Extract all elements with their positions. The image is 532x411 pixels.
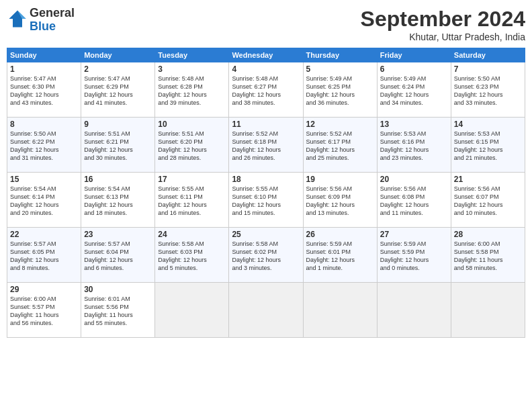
day-16: 16 Sunrise: 5:54 AMSunset: 6:13 PMDaylig… [81,173,155,228]
week-3: 15 Sunrise: 5:54 AMSunset: 6:14 PMDaylig… [7,173,525,228]
day-2: 2 Sunrise: 5:47 AMSunset: 6:29 PMDayligh… [81,62,155,118]
day-12: 12 Sunrise: 5:52 AMSunset: 6:17 PMDaylig… [303,118,377,173]
day-29: 29 Sunrise: 6:00 AMSunset: 5:57 PMDaylig… [7,283,81,338]
day-28: 28 Sunrise: 6:00 AMSunset: 5:58 PMDaylig… [451,228,525,283]
day-6: 6 Sunrise: 5:49 AMSunset: 6:24 PMDayligh… [377,62,451,118]
day-10: 10 Sunrise: 5:51 AMSunset: 6:20 PMDaylig… [155,118,229,173]
title-block: September 2024 Khutar, Uttar Pradesh, In… [361,7,525,42]
day-27: 27 Sunrise: 5:59 AMSunset: 5:59 PMDaylig… [377,228,451,283]
week-4: 22 Sunrise: 5:57 AMSunset: 6:05 PMDaylig… [7,228,525,283]
day-9: 9 Sunrise: 5:51 AMSunset: 6:21 PMDayligh… [81,118,155,173]
logo-general: General [30,6,75,19]
day-19: 19 Sunrise: 5:56 AMSunset: 6:09 PMDaylig… [303,173,377,228]
day-23: 23 Sunrise: 5:57 AMSunset: 6:04 PMDaylig… [81,228,155,283]
week-5: 29 Sunrise: 6:00 AMSunset: 5:57 PMDaylig… [7,283,525,338]
empty-2 [229,283,303,338]
week-1: 1 Sunrise: 5:47 AMSunset: 6:30 PMDayligh… [7,62,525,118]
empty-5 [451,283,525,338]
col-wednesday: Wednesday [229,48,303,62]
day-1: 1 Sunrise: 5:47 AMSunset: 6:30 PMDayligh… [7,62,81,118]
day-22: 22 Sunrise: 5:57 AMSunset: 6:05 PMDaylig… [7,228,81,283]
day-5: 5 Sunrise: 5:49 AMSunset: 6:25 PMDayligh… [303,62,377,118]
logo-icon [8,9,27,28]
col-tuesday: Tuesday [155,48,229,62]
col-monday: Monday [81,48,155,62]
logo-blue: Blue [30,19,56,33]
col-sunday: Sunday [7,48,81,62]
day-11: 11 Sunrise: 5:52 AMSunset: 6:18 PMDaylig… [229,118,303,173]
calendar: Sunday Monday Tuesday Wednesday Thursday… [7,48,525,338]
day-30: 30 Sunrise: 6:01 AMSunset: 5:56 PMDaylig… [81,283,155,338]
day-25: 25 Sunrise: 5:58 AMSunset: 6:02 PMDaylig… [229,228,303,283]
logo-text: General Blue [30,7,75,34]
day-13: 13 Sunrise: 5:53 AMSunset: 6:16 PMDaylig… [377,118,451,173]
empty-4 [377,283,451,338]
col-friday: Friday [377,48,451,62]
logo: General Blue [7,7,75,34]
month-title: September 2024 [361,7,525,32]
page: General Blue September 2024 Khutar, Utta… [0,0,532,411]
day-18: 18 Sunrise: 5:55 AMSunset: 6:10 PMDaylig… [229,173,303,228]
header-row: Sunday Monday Tuesday Wednesday Thursday… [7,48,525,62]
day-26: 26 Sunrise: 5:59 AMSunset: 6:01 PMDaylig… [303,228,377,283]
day-17: 17 Sunrise: 5:55 AMSunset: 6:11 PMDaylig… [155,173,229,228]
week-2: 8 Sunrise: 5:50 AMSunset: 6:22 PMDayligh… [7,118,525,173]
day-20: 20 Sunrise: 5:56 AMSunset: 6:08 PMDaylig… [377,173,451,228]
col-thursday: Thursday [303,48,377,62]
col-saturday: Saturday [451,48,525,62]
day-7: 7 Sunrise: 5:50 AMSunset: 6:23 PMDayligh… [451,62,525,118]
day-21: 21 Sunrise: 5:56 AMSunset: 6:07 PMDaylig… [451,173,525,228]
day-14: 14 Sunrise: 5:53 AMSunset: 6:15 PMDaylig… [451,118,525,173]
empty-1 [155,283,229,338]
header: General Blue September 2024 Khutar, Utta… [7,7,525,42]
day-15: 15 Sunrise: 5:54 AMSunset: 6:14 PMDaylig… [7,173,81,228]
day-24: 24 Sunrise: 5:58 AMSunset: 6:03 PMDaylig… [155,228,229,283]
day-3: 3 Sunrise: 5:48 AMSunset: 6:28 PMDayligh… [155,62,229,118]
empty-3 [303,283,377,338]
day-8: 8 Sunrise: 5:50 AMSunset: 6:22 PMDayligh… [7,118,81,173]
day-4: 4 Sunrise: 5:48 AMSunset: 6:27 PMDayligh… [229,62,303,118]
location: Khutar, Uttar Pradesh, India [361,32,525,42]
